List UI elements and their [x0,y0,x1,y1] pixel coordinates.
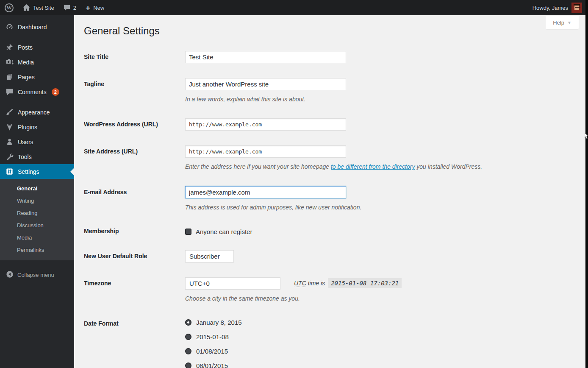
help-text-suffix: you installed WordPress. [415,163,482,170]
different-directory-link[interactable]: to be different from the directory [331,163,415,170]
wordpress-address-row: WordPress Address (URL) [84,118,577,131]
sidebar-item-posts[interactable]: Posts [0,40,74,55]
site-title-input[interactable] [185,51,346,63]
media-icon [6,58,14,66]
tagline-help-text: In a few words, explain what this site i… [185,95,577,104]
sidebar-item-label: Dashboard [18,24,47,31]
pages-icon [6,73,14,81]
date-format-option-3[interactable]: 01/08/2015 [185,348,577,355]
timezone-select[interactable]: UTC+0 [185,277,280,290]
timezone-value: UTC+0 [189,280,210,287]
submenu-item-reading[interactable]: Reading [0,207,74,219]
main-content: Help ▼ General Settings Site Title Tagli… [74,15,585,368]
pushpin-icon [6,43,14,51]
menu-separator [0,99,74,105]
date-format-option-label: January 8, 2015 [196,319,242,326]
date-format-options: January 8, 2015 2015-01-08 01/08/2015 [185,318,577,368]
sidebar-item-appearance[interactable]: Appearance [0,105,74,120]
date-format-label: Date Format [84,318,185,368]
submenu-item-permalinks[interactable]: Permalinks [0,244,74,256]
wordpress-logo-icon: W [5,3,14,12]
tagline-input[interactable] [185,78,346,90]
admin-bar-right: Howdy, James [533,0,588,15]
site-title-label: Site Title [84,51,185,63]
user-avatar[interactable] [571,3,582,13]
date-format-row: Date Format January 8, 2015 2015-01-08 [84,318,577,368]
appearance-icon [6,108,14,116]
comment-bubble-icon [64,5,70,11]
help-button[interactable]: Help ▼ [546,16,579,29]
tagline-label: Tagline [84,78,185,104]
site-address-input[interactable] [185,145,346,158]
timezone-label: Timezone [84,277,185,303]
users-icon [6,138,14,146]
utc-abbr: UTC [294,280,306,287]
settings-submenu: General Writing Reading Discussion Media… [0,179,74,260]
howdy-account-menu[interactable]: Howdy, James [533,5,568,11]
sidebar-item-label: Appearance [18,109,50,116]
sidebar-item-label: Posts [18,44,33,51]
collapse-menu-label: Collapse menu [17,272,54,278]
comments-icon [6,88,14,96]
help-text-prefix: Enter the address here if you want your … [185,163,331,170]
comment-count: 2 [73,5,76,11]
comments-shortcut[interactable]: 2 [59,0,81,15]
email-row: E-mail Address This address is used for … [84,186,577,212]
page-title: General Settings [84,25,577,37]
sidebar-item-label: Users [18,139,33,145]
new-content-menu[interactable]: New [81,0,109,15]
radio-icon[interactable] [185,348,191,354]
utc-time-value: 2015-01-08 17:03:21 [328,278,402,288]
tagline-row: Tagline In a few words, explain what thi… [84,78,577,104]
sidebar-item-dashboard[interactable]: Dashboard [0,20,74,34]
text-caret [248,189,248,196]
collapse-arrow-icon [6,270,14,279]
sidebar-item-plugins[interactable]: Plugins [0,120,74,134]
general-settings-form: Site Title Tagline In a few words, expla… [84,51,577,368]
site-name-menu[interactable]: Test Site [18,0,59,15]
wordpress-admin-screen: W Test Site 2 New Howdy, James [0,0,588,368]
submenu-item-writing[interactable]: Writing [0,195,74,207]
sidebar-item-label: Comments [18,89,47,95]
wordpress-address-input[interactable] [185,118,346,131]
site-address-label: Site Address (URL) [84,145,185,171]
sidebar-item-label: Settings [18,168,39,175]
date-format-option-1[interactable]: January 8, 2015 [185,319,577,326]
collapse-menu-button[interactable]: Collapse menu [0,266,74,284]
admin-menu: Dashboard Posts Media Pages [0,15,74,284]
sidebar-item-tools[interactable]: Tools [0,149,74,164]
home-icon [23,4,30,11]
membership-checkbox-label[interactable]: Anyone can register [196,228,252,235]
settings-icon [6,167,14,176]
sidebar-item-label: Media [18,59,34,66]
chevron-down-icon: ▼ [567,20,571,25]
date-format-option-2[interactable]: 2015-01-08 [185,333,577,340]
submenu-item-discussion[interactable]: Discussion [0,219,74,231]
mouse-cursor [585,133,588,141]
admin-bar-left: W Test Site 2 New [0,0,109,15]
sidebar-item-pages[interactable]: Pages [0,70,74,84]
time-is-label: time is [308,280,325,287]
email-help-text: This address is used for admin purposes,… [185,204,577,212]
membership-row: Membership Anyone can register [84,227,577,235]
default-role-label: New User Default Role [84,250,185,262]
wordpress-address-label: WordPress Address (URL) [84,118,185,131]
site-address-row: Site Address (URL) Enter the address her… [84,145,577,171]
sidebar-item-media[interactable]: Media [0,55,74,70]
radio-icon[interactable] [185,334,191,340]
date-format-option-4[interactable]: 08/01/2015 [185,362,577,368]
site-title-row: Site Title [84,51,577,63]
email-field[interactable] [185,186,346,198]
submenu-item-media[interactable]: Media [0,231,74,244]
sidebar-item-comments[interactable]: Comments 2 [0,84,74,99]
submenu-item-general[interactable]: General [0,182,74,195]
sidebar-item-users[interactable]: Users [0,134,74,149]
default-role-select[interactable]: Subscriber [185,250,234,262]
radio-icon[interactable] [185,362,191,368]
radio-selected-icon[interactable] [185,319,191,326]
wp-logo-button[interactable]: W [0,0,18,15]
date-format-option-label: 01/08/2015 [196,348,228,355]
timezone-row: Timezone UTC+0 UTC time is 2015-01-08 17… [84,277,577,303]
sidebar-item-settings[interactable]: Settings [0,164,74,179]
membership-checkbox[interactable] [185,229,191,235]
